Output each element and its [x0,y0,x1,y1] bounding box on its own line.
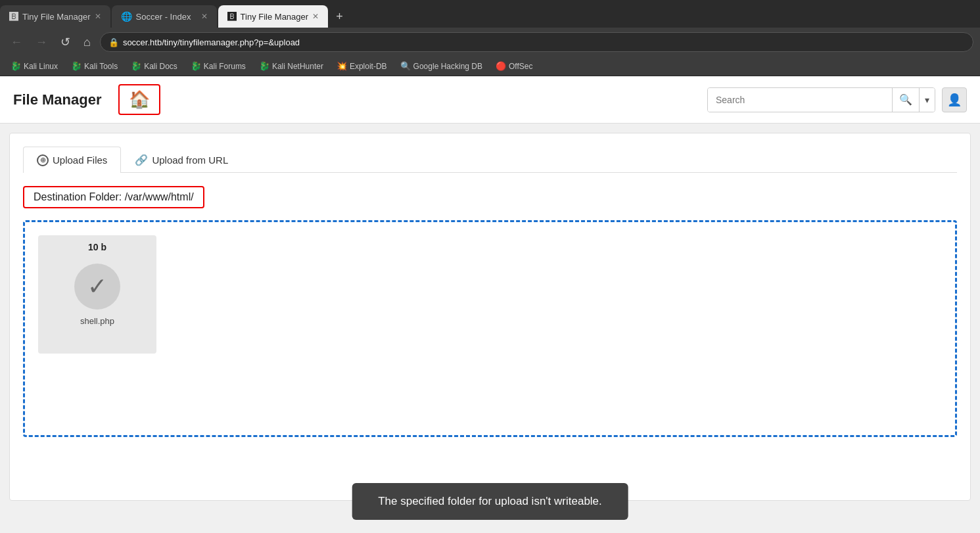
kali-linux-icon: 🐉 [11,61,21,71]
home-btn-wrapper: 🏠 [118,84,160,115]
user-icon: 👤 [947,93,962,107]
main-content: ⊕ Upload Files 🔗 Upload from URL Destina… [9,133,971,501]
bookmark-kali-linux-label: Kali Linux [24,62,58,71]
bookmark-kali-forums[interactable]: 🐉 Kali Forums [185,60,251,72]
upload-files-label: Upload Files [53,154,107,166]
checkmark-icon: ✓ [87,273,107,300]
upload-files-icon: ⊕ [37,154,49,166]
bookmark-google-hacking[interactable]: 🔍 Google Hacking DB [395,60,488,72]
tab-2-label: Soccer - Index [136,12,191,22]
bookmark-offsec-label: OffSec [509,62,532,71]
page-content: File Manager 🏠 🔍 ▾ 👤 ⊕ [0,76,980,533]
kali-nethunter-icon: 🐉 [259,61,269,71]
upload-url-icon: 🔗 [135,154,148,166]
reload-button[interactable]: ↺ [57,34,74,51]
destination-folder: Destination Folder: /var/www/html/ [23,186,204,208]
address-input[interactable] [123,37,965,47]
search-input[interactable] [708,88,892,112]
back-button[interactable]: ← [7,34,26,51]
toast-message: The specified folder for upload isn't wr… [378,495,602,507]
tab-upload-files[interactable]: ⊕ Upload Files [23,147,121,173]
bookmarks-bar: 🐉 Kali Linux 🐉 Kali Tools 🐉 Kali Docs 🐉 … [0,57,980,76]
bookmark-kali-nethunter[interactable]: 🐉 Kali NetHunter [254,60,329,72]
bookmark-offsec[interactable]: 🔴 OffSec [490,60,538,72]
file-card: 10 b ✓ shell.php [38,235,156,354]
offsec-icon: 🔴 [496,61,506,71]
user-icon-button[interactable]: 👤 [942,87,967,112]
checkmark-overlay: ✓ [74,264,120,310]
bookmark-kali-tools-label: Kali Tools [84,62,118,71]
destination-folder-text: Destination Folder: /var/www/html/ [34,191,194,202]
tab-3-icon: 🅱 [227,11,237,22]
bookmark-kali-nethunter-label: Kali NetHunter [272,62,323,71]
tab-3-label: Tiny File Manager [241,12,309,22]
app-title: File Manager [13,91,101,108]
new-tab-button[interactable]: + [329,5,350,28]
browser-chrome: 🅱 Tiny File Manager ✕ 🌐 Soccer - Index ✕… [0,0,980,76]
search-dropdown-button[interactable]: ▾ [919,88,935,112]
nav-bar: ← → ↺ ⌂ 🔒 [0,28,980,57]
home-button[interactable]: ⌂ [80,34,95,51]
app-header: File Manager 🏠 🔍 ▾ 👤 [0,76,980,124]
home-nav-button[interactable]: 🏠 [129,89,150,110]
tab-3[interactable]: 🅱 Tiny File Manager ✕ [218,5,329,28]
tab-upload-url[interactable]: 🔗 Upload from URL [121,147,242,173]
search-box: 🔍 ▾ [707,87,935,112]
tab-2-icon: 🌐 [121,11,132,22]
tab-1-icon: 🅱 [9,11,18,22]
forward-button[interactable]: → [32,34,51,51]
bookmark-exploit-db-label: Exploit-DB [350,62,387,71]
search-icon: 🔍 [899,94,912,105]
chevron-down-icon: ▾ [925,95,929,105]
tab-2-close[interactable]: ✕ [201,12,208,21]
tab-1[interactable]: 🅱 Tiny File Manager ✕ [0,5,110,28]
drop-zone[interactable]: 10 b ✓ shell.php [23,220,957,437]
toast-notification: The specified folder for upload isn't wr… [352,483,628,520]
search-button[interactable]: 🔍 [892,88,919,112]
file-size-label: 10 b [88,242,106,252]
exploit-db-icon: 💥 [337,61,347,71]
file-name-label: shell.php [80,316,114,326]
kali-docs-icon: 🐉 [131,61,141,71]
home-house-icon: 🏠 [129,89,150,109]
bookmark-kali-tools[interactable]: 🐉 Kali Tools [66,60,123,72]
address-bar[interactable]: 🔒 [100,32,973,52]
tab-bar: 🅱 Tiny File Manager ✕ 🌐 Soccer - Index ✕… [0,0,980,28]
tab-2[interactable]: 🌐 Soccer - Index ✕ [112,5,217,28]
tab-1-label: Tiny File Manager [22,12,91,22]
tab-1-close[interactable]: ✕ [95,12,101,21]
kali-forums-icon: 🐉 [191,61,201,71]
tab-3-close[interactable]: ✕ [312,12,319,21]
bookmark-exploit-db[interactable]: 💥 Exploit-DB [331,60,392,72]
kali-tools-icon: 🐉 [71,61,82,71]
upload-tabs: ⊕ Upload Files 🔗 Upload from URL [23,147,957,173]
bookmark-kali-forums-label: Kali Forums [204,62,246,71]
bookmark-kali-docs[interactable]: 🐉 Kali Docs [126,60,183,72]
upload-url-label: Upload from URL [152,154,228,166]
bookmark-kali-docs-label: Kali Docs [144,62,177,71]
bookmark-google-hacking-label: Google Hacking DB [413,62,482,71]
bookmark-kali-linux[interactable]: 🐉 Kali Linux [5,60,63,72]
google-hacking-icon: 🔍 [400,61,411,71]
lock-icon: 🔒 [108,37,119,47]
